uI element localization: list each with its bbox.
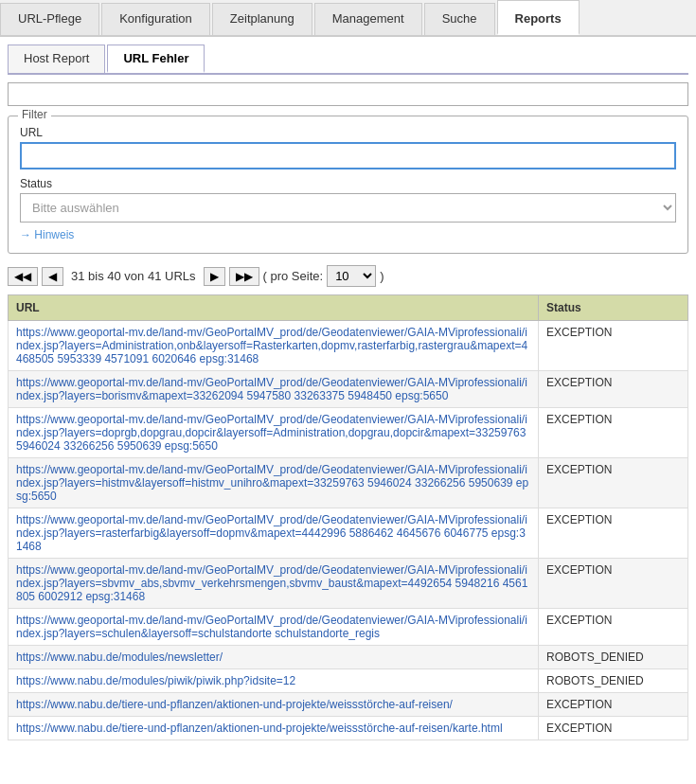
sub-tab-bar: Host Report URL Fehler xyxy=(8,45,688,75)
tab-url-pflege[interactable]: URL-Pflege xyxy=(0,3,99,35)
table-row: https://www.nabu.de/tiere-und-pflanzen/a… xyxy=(9,717,688,740)
table-row: https://www.geoportal-mv.de/land-mv/GeoP… xyxy=(9,408,688,458)
url-cell[interactable]: https://www.geoportal-mv.de/land-mv/GeoP… xyxy=(9,408,539,458)
status-cell: EXCEPTION xyxy=(539,371,688,408)
table-row: https://www.geoportal-mv.de/land-mv/GeoP… xyxy=(9,321,688,371)
status-cell: EXCEPTION xyxy=(539,693,688,717)
url-cell[interactable]: https://www.geoportal-mv.de/land-mv/GeoP… xyxy=(9,458,539,508)
filter-legend: Filter xyxy=(18,108,51,121)
prev-page-button[interactable]: ◀ xyxy=(42,267,63,286)
status-cell: EXCEPTION xyxy=(539,458,688,508)
col-header-status: Status xyxy=(539,295,688,321)
per-page-label: ( pro Seite: xyxy=(263,269,324,283)
status-cell: ROBOTS_DENIED xyxy=(539,646,688,669)
table-row: https://www.geoportal-mv.de/land-mv/GeoP… xyxy=(9,559,688,609)
status-cell: EXCEPTION xyxy=(539,609,688,646)
status-cell: EXCEPTION xyxy=(539,559,688,609)
hint-link[interactable]: → Hinweis xyxy=(20,228,74,241)
url-table: URL Status https://www.geoportal-mv.de/l… xyxy=(8,294,688,740)
per-page-close-paren: ) xyxy=(380,269,384,283)
first-page-button[interactable]: ◀◀ xyxy=(8,267,38,286)
status-filter-select[interactable]: Bitte auswählen EXCEPTION ROBOTS_DENIED xyxy=(20,193,676,223)
url-label: URL xyxy=(20,126,676,139)
page-info: 31 bis 40 von 41 URLs xyxy=(71,269,196,283)
next-page-button[interactable]: ▶ xyxy=(204,267,225,286)
status-cell: EXCEPTION xyxy=(539,408,688,458)
table-row: https://www.nabu.de/tiere-und-pflanzen/a… xyxy=(9,693,688,717)
last-page-button[interactable]: ▶▶ xyxy=(229,267,259,286)
status-label: Status xyxy=(20,177,676,190)
url-cell[interactable]: https://www.geoportal-mv.de/land-mv/GeoP… xyxy=(9,609,539,646)
tab-konfiguration[interactable]: Konfiguration xyxy=(101,3,210,35)
url-cell[interactable]: https://www.geoportal-mv.de/land-mv/GeoP… xyxy=(9,371,539,408)
url-cell[interactable]: https://www.nabu.de/modules/piwik/piwik.… xyxy=(9,669,539,693)
table-row: https://www.nabu.de/modules/newsletter/R… xyxy=(9,646,688,669)
table-row: https://www.geoportal-mv.de/land-mv/GeoP… xyxy=(9,458,688,508)
url-filter-input[interactable] xyxy=(20,142,676,169)
status-cell: ROBOTS_DENIED xyxy=(539,669,688,693)
search-bar-container xyxy=(8,82,688,106)
url-cell[interactable]: https://www.nabu.de/tiere-und-pflanzen/a… xyxy=(9,693,539,717)
tab-zeitplanung[interactable]: Zeitplanung xyxy=(212,3,312,35)
status-cell: EXCEPTION xyxy=(539,321,688,371)
status-cell: EXCEPTION xyxy=(539,717,688,740)
table-row: https://www.geoportal-mv.de/land-mv/GeoP… xyxy=(9,609,688,646)
top-search-input[interactable] xyxy=(8,82,688,106)
tab-reports[interactable]: Reports xyxy=(497,0,580,35)
url-cell[interactable]: https://www.geoportal-mv.de/land-mv/GeoP… xyxy=(9,321,539,371)
url-cell[interactable]: https://www.geoportal-mv.de/land-mv/GeoP… xyxy=(9,508,539,559)
main-content: Host Report URL Fehler Filter URL Status… xyxy=(0,37,696,748)
tab-management[interactable]: Management xyxy=(314,3,422,35)
sub-tab-host-report[interactable]: Host Report xyxy=(8,45,105,73)
top-navigation: URL-Pflege Konfiguration Zeitplanung Man… xyxy=(0,0,696,37)
url-cell[interactable]: https://www.nabu.de/tiere-und-pflanzen/a… xyxy=(9,717,539,740)
url-cell[interactable]: https://www.geoportal-mv.de/land-mv/GeoP… xyxy=(9,559,539,609)
per-page-select[interactable]: 10 25 50 100 xyxy=(327,265,376,287)
filter-box: Filter URL Status Bitte auswählen EXCEPT… xyxy=(8,116,688,254)
status-cell: EXCEPTION xyxy=(539,508,688,559)
table-row: https://www.geoportal-mv.de/land-mv/GeoP… xyxy=(9,371,688,408)
table-row: https://www.nabu.de/modules/piwik/piwik.… xyxy=(9,669,688,693)
tab-suche[interactable]: Suche xyxy=(424,3,495,35)
col-header-url: URL xyxy=(9,295,539,321)
table-row: https://www.geoportal-mv.de/land-mv/GeoP… xyxy=(9,508,688,559)
url-cell[interactable]: https://www.nabu.de/modules/newsletter/ xyxy=(9,646,539,669)
pagination-bar: ◀◀ ◀ 31 bis 40 von 41 URLs ▶ ▶▶ ( pro Se… xyxy=(8,265,688,287)
sub-tab-url-fehler[interactable]: URL Fehler xyxy=(107,45,205,73)
